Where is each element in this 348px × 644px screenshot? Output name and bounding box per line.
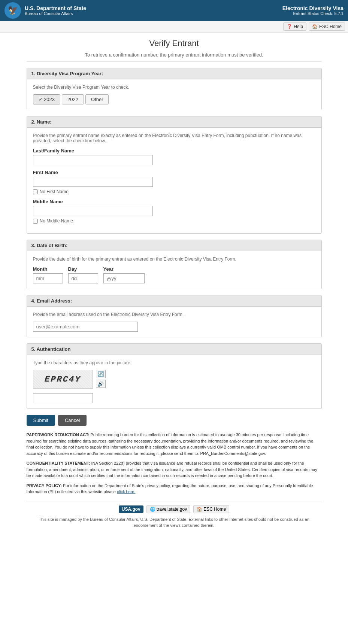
year-label: Year [103,266,145,272]
section-name-header: 2. Name: [27,116,321,128]
dv-year-desc: Select the Diversity Visa Program Year t… [33,85,315,90]
middle-name-group: Middle Name No Middle Name [33,199,315,224]
section-email: 4. Email Address: Provide the email addr… [27,295,322,337]
header-left: 🦅 U.S. Department of State Bureau of Con… [4,2,86,19]
pra-section: PAPERWORK REDUCTION ACT: Public reportin… [27,432,322,456]
captcha-audio-button[interactable]: 🔊 [96,380,106,388]
pra-label: PAPERWORK REDUCTION ACT: [27,432,90,437]
section-dv-year-body: Select the Diversity Visa Program Year t… [27,79,321,110]
no-middle-name-checkbox[interactable] [33,219,38,224]
globe-icon: 🌐 [150,507,155,512]
app-title: Electronic Diversity Visa [282,5,344,11]
header-right: Electronic Diversity Visa Entrant Status… [282,5,344,16]
header-agency: U.S. Department of State Bureau of Consu… [25,5,86,16]
section-dob: 3. Date of Birth: Provide the date of bi… [27,240,322,289]
captcha-text: EPRC4Y [44,375,81,384]
auth-desc: Type the characters as they appear in th… [33,360,315,365]
year-btn-2022[interactable]: 2022 [62,94,84,104]
no-first-name-checkbox[interactable] [33,189,38,194]
captcha-controls: 🔄 🔊 [96,370,106,388]
captcha-image: EPRC4Y [33,370,93,389]
page-title: Verify Entrant [27,39,322,48]
no-middle-name-label: No Middle Name [40,218,73,224]
section-dob-body: Provide the date of birth for the primar… [27,251,321,289]
no-first-name-row: No First Name [33,189,315,194]
section-auth-body: Type the characters as they appear in th… [27,355,321,408]
section-auth-header: 5. Authentication [27,344,321,355]
year-buttons-group: ✓ 2023 2022 Other [33,94,315,104]
month-label: Month [33,266,63,272]
bottom-footer: USA.gov 🌐 travel.state.gov 🏠 ESC Home Th… [27,501,322,529]
privacy-link[interactable]: click here. [117,489,136,494]
footer-esc-home-button[interactable]: 🏠 ESC Home [193,505,229,513]
email-desc: Provide the email address used on the El… [33,312,315,317]
last-name-label: Last/Family Name [33,148,315,154]
home-icon: 🏠 [312,24,318,29]
day-input[interactable] [68,273,98,283]
state-dept-seal: 🦅 [4,2,21,19]
first-name-group: First Name No First Name [33,170,315,194]
privacy-label: PRIVACY POLICY: [27,483,62,488]
date-row: Month Day Year [33,266,315,283]
esc-home-label: ESC Home [319,24,342,29]
year-field: Year [103,266,145,283]
section-dv-year: 1. Diversity Visa Program Year: Select t… [27,68,322,110]
help-label: Help [294,24,303,29]
captcha-input[interactable] [33,393,93,403]
main-content: Verify Entrant To retrieve a confirmatio… [21,33,328,535]
app-version: Entrant Status Check: 5.7.1 [282,11,344,16]
conf-section: CONFIDENTIALITY STATEMENT: INA Section 2… [27,460,322,479]
year-input[interactable] [103,273,145,283]
button-row: Submit Cancel [27,415,322,426]
section-email-header: 4. Email Address: [27,295,321,307]
help-button[interactable]: ❓ Help [283,22,306,31]
day-label: Day [68,266,98,272]
first-name-label: First Name [33,170,315,175]
no-middle-name-row: No Middle Name [33,218,315,224]
last-name-input[interactable] [33,155,153,165]
section-auth: 5. Authentication Type the characters as… [27,343,322,409]
year-btn-2023[interactable]: ✓ 2023 [33,94,61,104]
name-desc: Provide the primary entrant name exactly… [33,133,315,143]
captcha-area: EPRC4Y 🔄 🔊 [33,370,315,389]
site-header: 🦅 U.S. Department of State Bureau of Con… [0,0,348,21]
section-name: 2. Name: Provide the primary entrant nam… [27,116,322,234]
bureau-name: Bureau of Consular Affairs [25,11,86,16]
travel-link-label: travel.state.gov [157,507,187,512]
page-subtitle: To retrieve a confirmation number, the p… [27,52,322,62]
no-first-name-label: No First Name [40,189,69,194]
year-btn-other[interactable]: Other [85,94,109,104]
conf-label: CONFIDENTIALITY STATEMENT: [27,461,90,465]
nav-bar: ❓ Help 🏠 ESC Home [0,21,348,33]
esc-home-button[interactable]: 🏠 ESC Home [309,22,345,31]
managed-text: This site is managed by the Bureau of Co… [27,516,322,529]
first-name-input[interactable] [33,177,153,187]
middle-name-input[interactable] [33,206,153,216]
usa-gov-badge: USA.gov [119,505,143,513]
month-field: Month [33,266,63,283]
middle-name-label: Middle Name [33,199,315,204]
month-input[interactable] [33,273,63,283]
travel-state-gov-button[interactable]: 🌐 travel.state.gov [146,505,190,513]
privacy-section: PRIVACY POLICY: For information on the D… [27,483,322,495]
cancel-button[interactable]: Cancel [58,415,87,426]
last-name-group: Last/Family Name [33,148,315,165]
agency-name: U.S. Department of State [25,5,86,11]
submit-button[interactable]: Submit [27,415,55,426]
footer-home-icon: 🏠 [197,507,202,512]
privacy-text: For information on the Department of Sta… [27,483,313,494]
captcha-refresh-button[interactable]: 🔄 [96,370,106,378]
dob-desc: Provide the date of birth for the primar… [33,256,315,262]
footer-esc-home-label: ESC Home [203,507,226,512]
section-dv-year-header: 1. Diversity Visa Program Year: [27,68,321,79]
footer-links: USA.gov 🌐 travel.state.gov 🏠 ESC Home [27,505,322,513]
seal-icon: 🦅 [8,6,18,15]
help-icon: ❓ [287,24,292,29]
section-name-body: Provide the primary entrant name exactly… [27,128,321,233]
section-dob-header: 3. Date of Birth: [27,240,321,251]
email-input[interactable] [33,322,138,332]
section-email-body: Provide the email address used on the El… [27,307,321,337]
day-field: Day [68,266,98,283]
